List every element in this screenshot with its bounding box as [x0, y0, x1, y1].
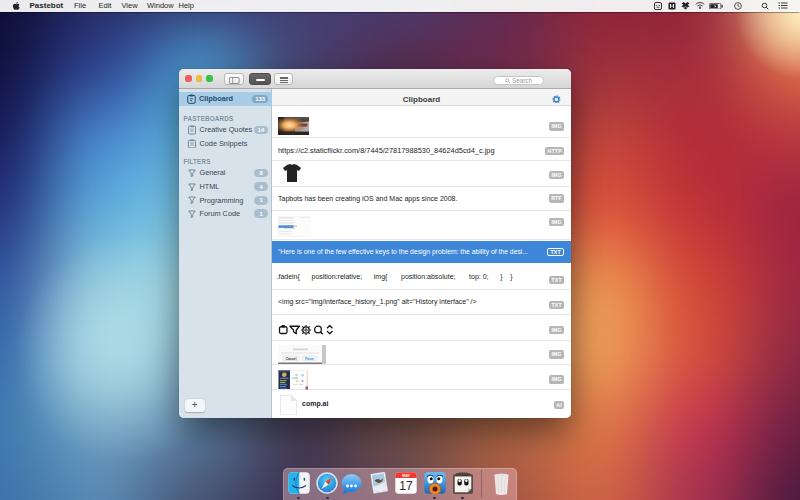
svg-text:MAY: MAY: [402, 474, 410, 478]
svg-text:17: 17: [399, 479, 413, 493]
svg-text:Paste: Paste: [305, 356, 314, 360]
svg-text:Cancel: Cancel: [285, 356, 296, 360]
